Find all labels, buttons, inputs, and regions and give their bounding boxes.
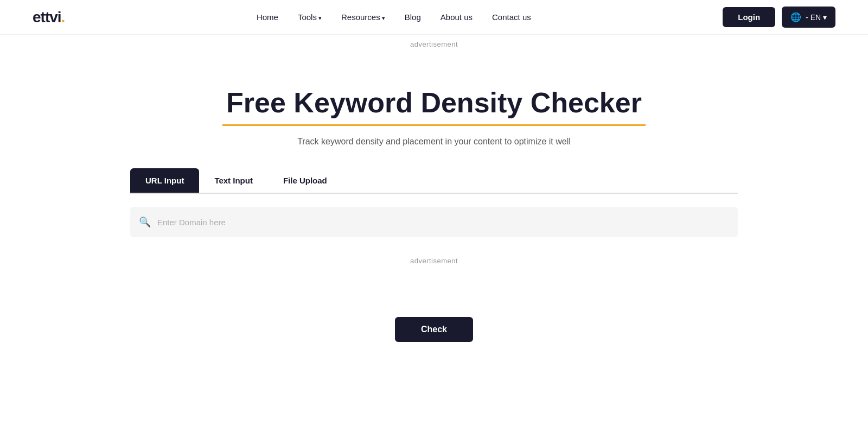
page-subtitle: Track keyword density and placement in y… [297, 137, 571, 147]
title-underline [222, 124, 646, 126]
language-label: - EN ▾ [806, 13, 827, 22]
main-content: Free Keyword Density Checker Track keywo… [0, 54, 868, 364]
nav-item-tools[interactable]: Tools [298, 12, 322, 22]
check-button[interactable]: Check [395, 317, 473, 342]
globe-icon: 🌐 [790, 12, 801, 22]
check-btn-wrapper: Check [395, 317, 473, 342]
tab-file-upload[interactable]: File Upload [268, 168, 342, 193]
logo[interactable]: ettvi. [33, 9, 65, 26]
language-button[interactable]: 🌐 - EN ▾ [782, 7, 835, 28]
tab-url-input[interactable]: URL Input [130, 168, 199, 193]
search-icon: 🔍 [139, 216, 151, 228]
domain-input-wrapper: 🔍 [130, 207, 738, 237]
nav-link-home[interactable]: Home [257, 12, 278, 22]
nav-right: Login 🌐 - EN ▾ [723, 7, 835, 28]
nav-item-home[interactable]: Home [257, 12, 278, 22]
page-title: Free Keyword Density Checker [226, 86, 642, 119]
logo-dot: . [61, 9, 65, 26]
navbar: ettvi. Home Tools Resources Blog About u… [0, 0, 868, 35]
tab-text-input[interactable]: Text Input [199, 168, 268, 193]
nav-item-contact[interactable]: Contact us [492, 12, 531, 22]
input-container: 🔍 [130, 207, 738, 237]
nav-item-about[interactable]: About us [441, 12, 473, 22]
nav-link-contact[interactable]: Contact us [492, 12, 531, 22]
tabs-container: URL Input Text Input File Upload [130, 168, 738, 194]
login-button[interactable]: Login [723, 7, 775, 27]
top-advertisement: advertisement [0, 35, 868, 54]
bottom-advertisement: advertisement [410, 248, 458, 274]
logo-text: ettvi [33, 9, 61, 26]
nav-links: Home Tools Resources Blog About us Conta… [257, 12, 531, 22]
nav-link-tools[interactable]: Tools [298, 12, 322, 22]
nav-link-resources[interactable]: Resources [341, 12, 385, 22]
domain-input[interactable] [157, 218, 729, 227]
nav-link-blog[interactable]: Blog [405, 12, 421, 22]
nav-item-blog[interactable]: Blog [405, 12, 421, 22]
nav-link-about[interactable]: About us [441, 12, 473, 22]
nav-item-resources[interactable]: Resources [341, 12, 385, 22]
